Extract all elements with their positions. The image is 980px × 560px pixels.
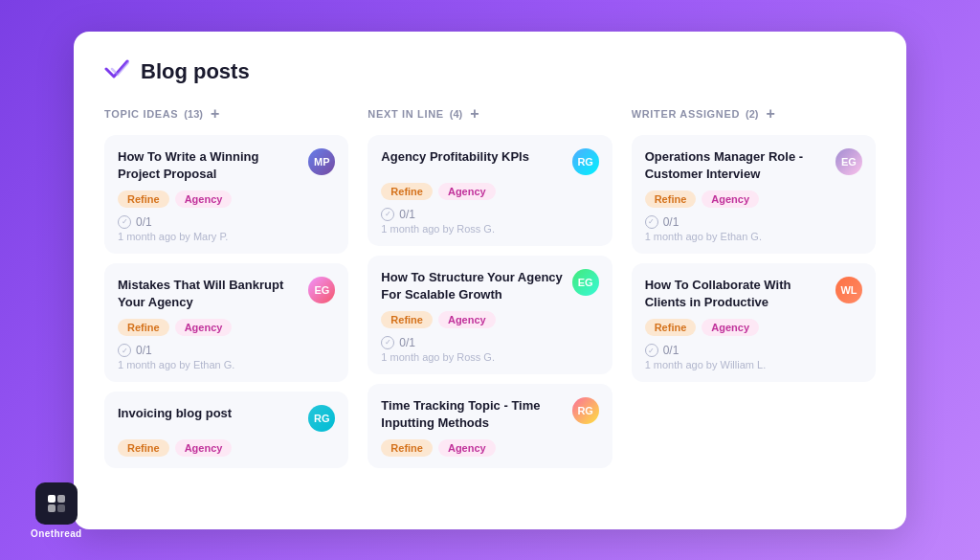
tag-agency[interactable]: Agency: [175, 439, 233, 457]
avatar: MP: [308, 148, 335, 175]
tag-refine[interactable]: Refine: [118, 439, 169, 457]
card-tags: RefineAgency: [381, 183, 598, 200]
card-top: Invoicing blog postRG: [118, 405, 335, 432]
tag-agency[interactable]: Agency: [175, 190, 233, 208]
card-tags: RefineAgency: [118, 319, 335, 336]
tag-refine[interactable]: Refine: [381, 183, 433, 200]
avatar: RG: [308, 405, 335, 432]
column-add-button[interactable]: +: [468, 106, 480, 122]
column-label: WRITER ASSIGNED: [632, 108, 740, 120]
card-progress: ✓0/1: [381, 208, 598, 221]
tag-agency[interactable]: Agency: [702, 319, 759, 336]
card-time: 1 month ago by Ross G.: [381, 351, 598, 363]
avatar: EG: [835, 148, 862, 175]
logo-label: Onethread: [31, 528, 82, 539]
card-top: Agency Profitability KPIsRG: [381, 148, 598, 175]
tag-refine[interactable]: Refine: [118, 190, 169, 208]
card-card-1[interactable]: How To Write a Winning Project ProposalM…: [104, 135, 348, 254]
column-header-writer-assigned: WRITER ASSIGNED (2) +: [632, 106, 876, 122]
page-title: Blog posts: [141, 59, 250, 84]
card-card-7[interactable]: Operations Manager Role - Customer Inter…: [632, 135, 876, 254]
tag-refine[interactable]: Refine: [381, 311, 433, 328]
page-header: Blog posts: [104, 58, 876, 85]
card-top: How To Collaborate With Clients in Produ…: [645, 277, 862, 311]
tag-agency[interactable]: Agency: [702, 190, 759, 208]
card-tags: RefineAgency: [118, 190, 335, 208]
card-card-2[interactable]: Mistakes That Will Bankrupt Your AgencyE…: [104, 263, 348, 382]
card-time: 1 month ago by Ethan G.: [118, 359, 335, 370]
tag-agency[interactable]: Agency: [438, 183, 496, 200]
avatar: RG: [572, 397, 599, 424]
tag-agency[interactable]: Agency: [438, 311, 496, 328]
tag-refine[interactable]: Refine: [118, 319, 169, 336]
tag-refine[interactable]: Refine: [645, 319, 697, 336]
card-title: How To Write a Winning Project Proposal: [118, 148, 301, 183]
blog-icon: [104, 58, 129, 85]
kanban-board: TOPIC IDEAS (13) + How To Write a Winnin…: [104, 106, 876, 529]
card-tags: RefineAgency: [645, 190, 862, 208]
cards-list-next-in-line: Agency Profitability KPIsRGRefineAgency✓…: [368, 135, 612, 469]
logo-area: Onethread: [31, 482, 82, 539]
card-top: Time Tracking Topic - Time Inputting Met…: [381, 397, 598, 432]
card-card-4[interactable]: Agency Profitability KPIsRGRefineAgency✓…: [368, 135, 612, 246]
card-progress: ✓0/1: [645, 344, 862, 357]
column-count: (13): [184, 108, 203, 120]
tag-agency[interactable]: Agency: [438, 439, 496, 457]
card-tags: RefineAgency: [118, 439, 335, 457]
card-top: Mistakes That Will Bankrupt Your AgencyE…: [118, 277, 335, 311]
progress-value: 0/1: [136, 215, 152, 229]
check-icon: ✓: [381, 336, 394, 349]
card-progress: ✓0/1: [118, 215, 335, 229]
card-title: Invoicing blog post: [118, 405, 301, 422]
progress-value: 0/1: [663, 215, 679, 229]
main-panel: Blog posts TOPIC IDEAS (13) + How To Wri…: [74, 32, 906, 529]
column-next-in-line: NEXT IN LINE (4) + Agency Profitability …: [368, 106, 631, 529]
card-tags: RefineAgency: [645, 319, 862, 336]
card-title: How To Structure Your Agency For Scalabl…: [381, 269, 564, 303]
cards-list-writer-assigned: Operations Manager Role - Customer Inter…: [632, 135, 876, 383]
progress-value: 0/1: [399, 336, 415, 349]
card-title: Agency Profitability KPIs: [381, 148, 564, 166]
card-progress: ✓0/1: [645, 215, 862, 229]
avatar: RG: [572, 148, 599, 175]
progress-value: 0/1: [663, 344, 679, 357]
card-meta: ✓0/11 month ago by Ethan G.: [118, 344, 335, 370]
check-icon: ✓: [118, 215, 131, 229]
card-meta: ✓0/11 month ago by Ross G.: [381, 208, 598, 235]
card-meta: ✓0/11 month ago by Ethan G.: [645, 215, 862, 242]
card-time: 1 month ago by Ross G.: [381, 223, 598, 235]
column-topic-ideas: TOPIC IDEAS (13) + How To Write a Winnin…: [104, 106, 368, 529]
column-add-button[interactable]: +: [765, 106, 777, 122]
tag-refine[interactable]: Refine: [645, 190, 697, 208]
card-title: Time Tracking Topic - Time Inputting Met…: [381, 397, 564, 432]
card-card-5[interactable]: How To Structure Your Agency For Scalabl…: [368, 256, 612, 374]
card-title: Operations Manager Role - Customer Inter…: [645, 148, 828, 183]
card-title: How To Collaborate With Clients in Produ…: [645, 277, 828, 311]
column-header-topic-ideas: TOPIC IDEAS (13) +: [104, 106, 348, 122]
svg-rect-3: [57, 504, 65, 512]
avatar: EG: [308, 277, 335, 303]
avatar: WL: [835, 277, 862, 303]
card-meta: ✓0/11 month ago by Mary P.: [118, 215, 335, 242]
tag-refine[interactable]: Refine: [381, 439, 433, 457]
check-icon: ✓: [118, 344, 131, 357]
card-tags: RefineAgency: [381, 439, 598, 457]
column-add-button[interactable]: +: [209, 106, 221, 122]
card-meta: ✓0/11 month ago by William L.: [645, 344, 862, 370]
check-icon: ✓: [381, 208, 394, 221]
column-label: TOPIC IDEAS: [104, 108, 178, 120]
card-top: How To Write a Winning Project ProposalM…: [118, 148, 335, 183]
card-card-8[interactable]: How To Collaborate With Clients in Produ…: [632, 263, 876, 382]
card-progress: ✓0/1: [381, 336, 598, 349]
svg-rect-0: [48, 495, 56, 503]
card-card-6[interactable]: Time Tracking Topic - Time Inputting Met…: [368, 384, 612, 468]
card-top: How To Structure Your Agency For Scalabl…: [381, 269, 598, 303]
avatar: EG: [572, 269, 599, 296]
card-title: Mistakes That Will Bankrupt Your Agency: [118, 277, 301, 311]
tag-agency[interactable]: Agency: [175, 319, 233, 336]
svg-rect-1: [57, 495, 65, 503]
card-card-3[interactable]: Invoicing blog postRGRefineAgency: [104, 392, 348, 468]
svg-rect-2: [48, 504, 56, 512]
column-count: (4): [450, 108, 462, 120]
card-time: 1 month ago by Mary P.: [118, 231, 335, 242]
